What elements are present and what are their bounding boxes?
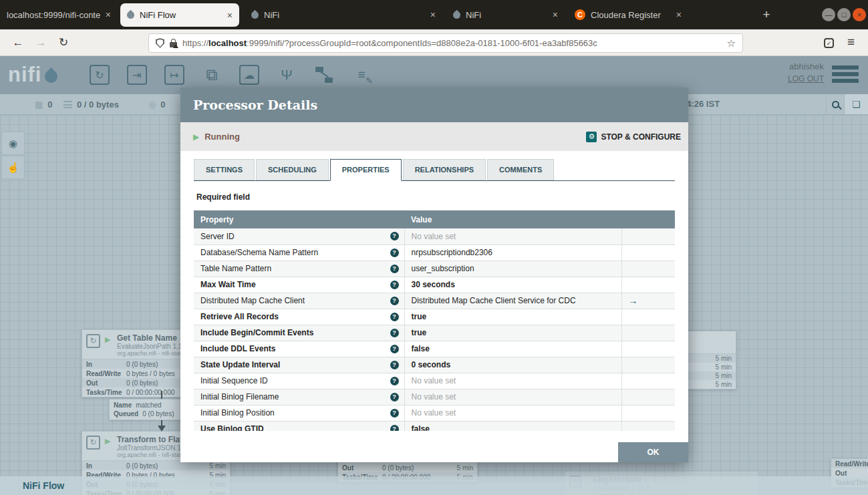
help-icon[interactable]: ? (390, 232, 399, 240)
processor-count-icon: ▦ (35, 100, 43, 110)
dialog-title: Processor Details (193, 98, 317, 112)
breadcrumb[interactable]: NiFi Flow (23, 480, 64, 491)
browser-tab[interactable]: localhost:9999/nifi-content-v × (0, 0, 118, 29)
navigate-palette-button[interactable]: ◉ (1, 132, 25, 155)
property-row: Initial Sequence ID? No value set (194, 373, 675, 389)
dialog-header: Processor Details (180, 88, 688, 122)
help-icon[interactable]: ? (390, 249, 399, 257)
tab-relationships[interactable]: RELATIONSHIPS (403, 159, 486, 180)
tab-close-icon[interactable]: × (430, 9, 436, 20)
operate-palette-button[interactable]: ☝ (1, 156, 25, 179)
search-button[interactable] (826, 94, 844, 114)
browser-tab-active[interactable]: NiFi Flow × (120, 3, 239, 27)
help-icon[interactable]: ? (390, 377, 399, 385)
processor-icon[interactable]: ↻ (90, 65, 110, 85)
help-icon[interactable]: ? (390, 329, 399, 337)
tab-close-icon[interactable]: × (676, 9, 682, 20)
stop-and-configure-label: STOP & CONFIGURE (601, 132, 681, 142)
back-button[interactable]: ← (7, 36, 29, 49)
tab-settings[interactable]: SETTINGS (194, 159, 255, 180)
property-row: Retrieve All Records? true (194, 309, 675, 325)
running-icon: ▶ (105, 335, 110, 344)
help-icon[interactable]: ? (390, 265, 399, 273)
property-column-header: Property (194, 210, 404, 228)
template-icon[interactable] (314, 65, 334, 85)
tracking-shield-icon[interactable] (156, 38, 164, 48)
remote-count: 0 (160, 100, 165, 110)
extension-shield-icon[interactable]: ✓ (824, 38, 834, 48)
tab-properties[interactable]: PROPERTIES (330, 159, 402, 181)
tab-title: NiFi Flow (140, 10, 222, 20)
logout-link[interactable]: LOG OUT (788, 74, 824, 84)
browser-tab[interactable]: C Cloudera Register × (568, 0, 688, 29)
processor-type-icon: ↻ (86, 436, 100, 450)
stop-and-configure-button[interactable]: ⚙ STOP & CONFIGURE (586, 132, 681, 142)
property-row: Table Name Pattern? user_subscription (194, 261, 675, 277)
property-row: Distributed Map Cache Client? Distribute… (194, 293, 675, 309)
required-field-note: Required field (196, 192, 688, 202)
tab-close-icon[interactable]: × (553, 9, 558, 20)
bulletin-button[interactable]: ❏ (844, 94, 868, 114)
tab-scheduling[interactable]: SCHEDULING (256, 159, 329, 180)
tab-close-icon[interactable]: × (106, 9, 111, 20)
help-icon[interactable]: ? (390, 393, 399, 401)
remote-count-icon: ◎ (148, 100, 156, 110)
window-maximize-button[interactable]: □ (837, 8, 851, 21)
tab-title: NiFi (466, 10, 547, 20)
process-group-icon[interactable]: ⧉ (202, 65, 222, 85)
bookmark-star-icon[interactable]: ☆ (727, 37, 736, 49)
browser-tab[interactable]: NiFi × (446, 0, 565, 29)
help-icon[interactable]: ? (390, 409, 399, 418)
help-icon[interactable]: ? (390, 297, 399, 305)
input-port-icon[interactable]: ⇥ (127, 65, 147, 85)
gear-icon: ⚙ (586, 132, 597, 142)
window-minimize-button[interactable]: — (822, 8, 835, 21)
window-close-button[interactable]: × (853, 8, 866, 21)
processor-count: 0 (47, 100, 52, 110)
remote-process-group-icon[interactable]: ☁ (239, 65, 259, 85)
property-row: Include Begin/Commit Events? true (194, 325, 675, 341)
global-menu-icon[interactable] (832, 65, 859, 86)
connection-arrowhead-icon (158, 426, 166, 432)
nifi-drop-icon (42, 67, 60, 86)
ok-button[interactable]: OK (618, 442, 688, 462)
nifi-logo: nifi (8, 63, 57, 87)
help-icon[interactable]: ? (390, 281, 399, 289)
running-icon: ▶ (193, 132, 199, 142)
insecure-lock-icon[interactable] (170, 39, 177, 47)
browser-menu-icon[interactable]: ≡ (847, 35, 855, 49)
property-row: Initial Binlog Position? No value set (194, 405, 675, 421)
new-tab-button[interactable]: + (756, 0, 776, 29)
property-row: Database/Schema Name Pattern? nrpsubscri… (194, 244, 675, 261)
browser-url-bar: ← → ↻ https://localhost:9999/nifi/?proce… (0, 29, 868, 56)
reload-button[interactable]: ↻ (52, 35, 75, 49)
cloudera-favicon-icon: C (575, 9, 585, 20)
properties-table: Property Value Server ID? No value set D… (194, 210, 675, 431)
browser-tab[interactable]: NiFi × (245, 0, 442, 29)
funnel-icon[interactable]: Ψ (277, 65, 297, 85)
help-icon[interactable]: ? (390, 361, 399, 369)
url-input[interactable]: https://localhost:9999/nifi/?processGrou… (148, 33, 743, 53)
nifi-favicon-icon (452, 9, 462, 20)
forward-button[interactable]: → (29, 36, 52, 49)
breadcrumb-bar: NiFi Flow (0, 476, 868, 495)
help-icon[interactable]: ? (390, 345, 399, 353)
label-icon[interactable]: ≡✎ (351, 65, 372, 85)
go-to-service-icon[interactable]: → (629, 295, 638, 306)
property-row: Max Wait Time? 30 seconds (194, 277, 675, 293)
running-icon: ▶ (105, 437, 110, 446)
tab-comments[interactable]: COMMENTS (487, 159, 554, 180)
output-port-icon[interactable]: ↦ (164, 65, 184, 85)
tab-title: localhost:9999/nifi-content-v (7, 10, 100, 20)
queued-icon (63, 101, 72, 108)
queued-count: 0 / 0 bytes (77, 100, 119, 110)
run-status: ▶ Running (193, 132, 240, 142)
dialog-status-row: ▶ Running ⚙ STOP & CONFIGURE (180, 122, 688, 151)
processor-details-dialog: Processor Details ▶ Running ⚙ STOP & CON… (180, 88, 688, 462)
help-icon[interactable]: ? (390, 425, 399, 432)
help-icon[interactable]: ? (390, 313, 399, 321)
property-row: Include DDL Events? false (194, 341, 675, 357)
nifi-favicon-icon (250, 9, 261, 20)
property-row: State Update Interval? 0 seconds (194, 357, 675, 373)
tab-close-icon[interactable]: × (227, 10, 233, 21)
